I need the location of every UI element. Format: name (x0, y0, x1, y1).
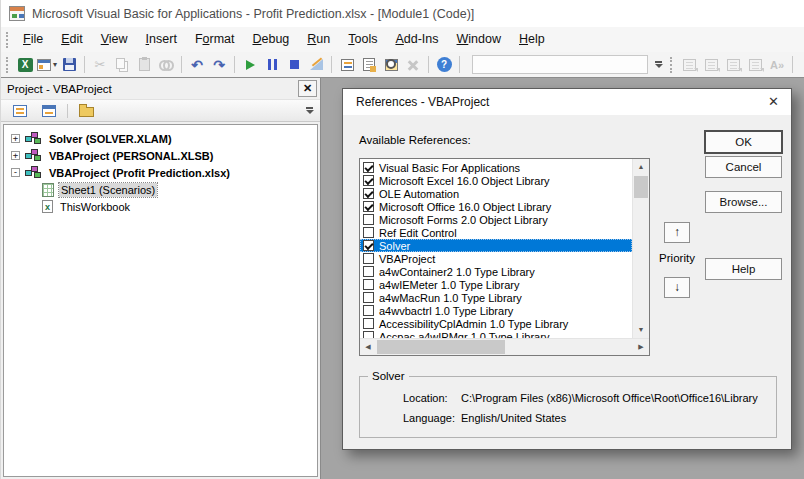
browse-button[interactable]: Browse... (705, 191, 782, 213)
tree-item-vbaproject-personal-xlsb[interactable]: +VBAProject (PERSONAL.XLSB) (4, 147, 317, 164)
edit-toolbar-grip-handle[interactable] (670, 57, 674, 73)
paste-button[interactable] (133, 54, 155, 75)
copy-button[interactable] (111, 54, 133, 75)
reference-item-ref-edit-control[interactable]: Ref Edit Control (360, 226, 632, 239)
project-panel-close-button[interactable]: ✕ (298, 80, 317, 97)
help-button[interactable]: ? (433, 54, 455, 75)
menubar-grip-handle[interactable] (6, 32, 10, 48)
cancel-button[interactable]: Cancel (705, 156, 782, 178)
tree-item-thisworkbook[interactable]: xThisWorkbook (4, 198, 317, 215)
undo-icon: ↶ (191, 57, 203, 73)
reference-item-ole-automation[interactable]: OLE Automation (360, 187, 632, 200)
collapse-icon[interactable]: - (11, 168, 20, 177)
horizontal-scroll-thumb[interactable] (377, 340, 505, 354)
view-code-button[interactable] (9, 100, 31, 121)
view-object-button[interactable] (38, 100, 60, 121)
vertical-scrollbar[interactable]: ▲ ▼ (632, 159, 649, 338)
reference-item-accpac-a4wipmgr-1-0-type-library[interactable]: Accpac a4wIPMgr 1.0 Type Library (360, 330, 632, 338)
reference-item-a4wcontainer2-1-0-type-library[interactable]: a4wContainer2 1.0 Type Library (360, 265, 632, 278)
expand-icon[interactable]: + (11, 134, 20, 143)
reference-checkbox[interactable] (363, 201, 374, 212)
reference-checkbox[interactable] (363, 253, 374, 264)
panel-toolbar-overflow-button[interactable] (304, 102, 315, 120)
complete-word-button[interactable]: A» (766, 54, 788, 75)
reference-checkbox[interactable] (363, 162, 374, 173)
priority-up-button[interactable]: ↑ (664, 222, 690, 243)
toolbar-separator (459, 56, 460, 73)
reset-button[interactable] (283, 54, 305, 75)
reference-checkbox[interactable] (363, 318, 374, 329)
reference-item-visual-basic-for-applications[interactable]: Visual Basic For Applications (360, 161, 632, 174)
reference-item-microsoft-forms-2-0-object-library[interactable]: Microsoft Forms 2.0 Object Library (360, 213, 632, 226)
menu-item-add-ins[interactable]: Add-Ins (386, 27, 447, 52)
object-browser-button[interactable] (380, 54, 402, 75)
insert-userform-button[interactable]: ▾ (36, 54, 58, 75)
quick-info-button[interactable] (722, 54, 744, 75)
reference-item-microsoft-office-16-0-object-library[interactable]: Microsoft Office 16.0 Object Library (360, 200, 632, 213)
menu-item-window[interactable]: Window (448, 27, 510, 52)
reference-item-a4wvbactrl-1-0-type-library[interactable]: a4wvbactrl 1.0 Type Library (360, 304, 632, 317)
menu-item-insert[interactable]: Insert (137, 27, 186, 52)
reference-item-vbaproject[interactable]: VBAProject (360, 252, 632, 265)
properties-window-button[interactable] (358, 54, 380, 75)
reference-checkbox[interactable] (363, 266, 374, 277)
reference-checkbox[interactable] (363, 175, 374, 186)
reference-checkbox[interactable] (363, 188, 374, 199)
priority-down-button[interactable]: ↓ (664, 277, 690, 298)
reference-checkbox[interactable] (363, 292, 374, 303)
menu-item-help[interactable]: Help (510, 27, 554, 52)
menu-item-edit[interactable]: Edit (52, 27, 92, 52)
reference-item-microsoft-excel-16-0-object-library[interactable]: Microsoft Excel 16.0 Object Library (360, 174, 632, 187)
parameter-info-button[interactable] (744, 54, 766, 75)
menu-item-debug[interactable]: Debug (243, 27, 298, 52)
menu-item-tools[interactable]: Tools (339, 27, 386, 52)
cut-button[interactable]: ✂ (89, 54, 111, 75)
reference-item-a4wiemeter-1-0-type-library[interactable]: a4wIEMeter 1.0 Type Library (360, 278, 632, 291)
help-button[interactable]: Help (705, 258, 782, 280)
reference-item-accessibilitycpladmin-1-0-type-library[interactable]: AccessibilityCplAdmin 1.0 Type Library (360, 317, 632, 330)
find-button[interactable] (155, 54, 177, 75)
horizontal-scrollbar[interactable]: ◀ ▶ (360, 338, 649, 355)
project-explorer-button[interactable] (336, 54, 358, 75)
undo-button[interactable]: ↶ (186, 54, 208, 75)
menu-item-run[interactable]: Run (298, 27, 339, 52)
toolbar: X▾✂↶↷?A» (1, 52, 804, 78)
toolbar-combo-box[interactable] (472, 55, 648, 74)
scroll-down-button[interactable]: ▼ (633, 322, 649, 338)
object-browser-icon (385, 59, 398, 71)
tree-item-solver-solver-xlam[interactable]: +Solver (SOLVER.XLAM) (4, 130, 317, 147)
scroll-left-button[interactable]: ◀ (360, 339, 376, 355)
menu-item-format[interactable]: Format (186, 27, 244, 52)
redo-button[interactable]: ↷ (208, 54, 230, 75)
reference-checkbox[interactable] (363, 214, 374, 225)
menu-item-file[interactable]: File (14, 27, 52, 52)
reference-item-a4wmacrun-1-0-type-library[interactable]: a4wMacRun 1.0 Type Library (360, 291, 632, 304)
toolbar-overflow-button[interactable] (652, 55, 665, 75)
reference-checkbox[interactable] (363, 305, 374, 316)
list-properties-button[interactable] (678, 54, 700, 75)
tree-item-sheet1-scenarios[interactable]: Sheet1 (Scenarios) (4, 181, 317, 198)
reference-name: a4wIEMeter 1.0 Type Library (379, 279, 519, 291)
reference-checkbox[interactable] (363, 331, 374, 338)
scroll-right-button[interactable]: ▶ (633, 339, 649, 355)
scroll-up-button[interactable]: ▲ (633, 159, 649, 175)
dialog-close-button[interactable]: ✕ (768, 89, 779, 115)
toggle-folders-button[interactable] (75, 100, 97, 121)
expand-icon[interactable]: + (11, 151, 20, 160)
tree-item-vbaproject-profit-prediction-xlsx[interactable]: -VBAProject (Profit Prediction.xlsx) (4, 164, 317, 181)
design-mode-button[interactable] (305, 54, 327, 75)
reference-checkbox[interactable] (363, 279, 374, 290)
run-sub-button[interactable] (239, 54, 261, 75)
ok-button[interactable]: OK (705, 131, 782, 153)
reference-checkbox[interactable] (363, 240, 374, 251)
toolbar-grip-handle[interactable] (6, 57, 10, 73)
reference-item-solver[interactable]: Solver (360, 239, 632, 252)
reference-checkbox[interactable] (363, 227, 374, 238)
break-button[interactable] (261, 54, 283, 75)
vertical-scroll-thumb[interactable] (634, 176, 648, 198)
view-microsoft-excel-button[interactable]: X (14, 54, 36, 75)
save-button[interactable] (58, 54, 80, 75)
list-constants-button[interactable] (700, 54, 722, 75)
toolbox-button[interactable] (402, 54, 424, 75)
menu-item-view[interactable]: View (92, 27, 137, 52)
